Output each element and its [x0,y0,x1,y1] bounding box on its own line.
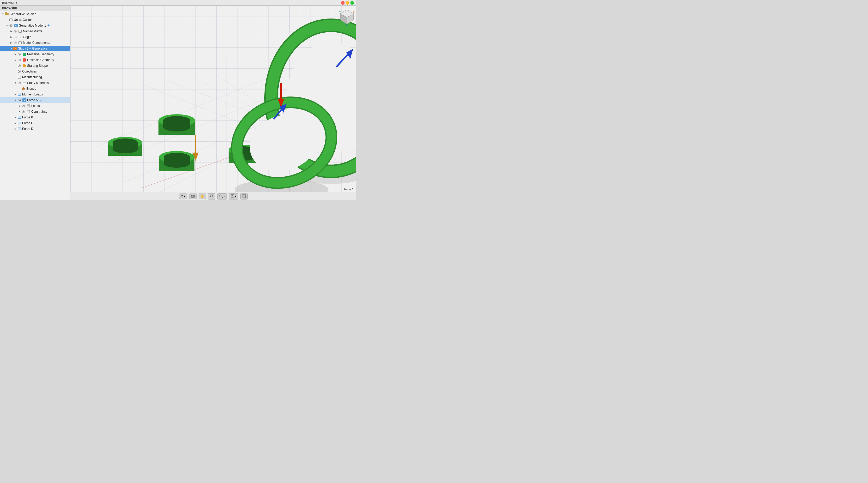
units-icon [9,18,13,22]
toggle-constraints[interactable]: ▶ [18,110,21,114]
study-materials-label: Study Materials [27,81,49,85]
toggle-gen-model[interactable]: ▼ [5,24,9,27]
toggle-obstacle[interactable]: ▶ [13,58,17,62]
sidebar-item-model-components[interactable]: ▶ Model Components [0,40,70,46]
viewport[interactable]: X Z Y Force A ⊕ ▾ 🖐 [70,6,356,200]
eye-icon-fa [17,98,21,102]
svg-point-13 [19,65,20,66]
eye-icon-loads [21,104,26,108]
svg-point-15 [19,71,20,72]
force-b-icon [17,115,21,119]
display-mode-button[interactable] [240,193,248,200]
close-button[interactable] [341,1,345,5]
zoom-fit-button[interactable] [208,193,215,200]
sidebar-item-obstacle-geometry[interactable]: ▶ Obstacle Geometry [0,57,70,63]
sidebar-item-study-materials[interactable]: ▼ Study Materials [0,80,70,86]
sidebar-item-force-c[interactable]: ▶ Force C [0,120,70,126]
minimize-button[interactable] [346,1,349,5]
status-label: Force A [344,188,353,191]
move-tool-dropdown[interactable]: ▾ [184,194,185,198]
toggle-model-components[interactable]: ▶ [9,41,13,44]
force-a-active-dot [39,99,41,101]
gen-model-icon: G [14,24,18,28]
sidebar-header: BROWSER [0,6,70,11]
title-bar: BROWSER [0,0,356,6]
svg-point-96 [219,194,222,197]
svg-rect-18 [23,82,26,84]
toggle-named-views[interactable]: ▶ [9,29,13,33]
toggle-preserve[interactable]: ▶ [13,53,17,56]
sidebar-item-named-views[interactable]: ▶ Named Views [0,28,70,34]
manufacturing-label: Manufacturing [22,76,42,79]
move-tool-button[interactable]: ⊕ ▾ [179,193,187,199]
eye-icon-gm1 [9,24,13,28]
display-style-icon [231,194,234,199]
svg-marker-92 [192,195,194,195]
eye-icon-origin [13,35,17,39]
origin-label: Origin [23,35,31,39]
svg-point-9 [19,54,20,55]
sidebar-item-starting-shape[interactable]: ▶ Starting Shape [0,63,70,68]
sidebar-item-study-3[interactable]: ▼ S Study 3 – Generative [0,46,70,51]
zoom-button[interactable]: ▾ [217,193,227,200]
units-label: Units: Custom [14,18,33,22]
svg-point-5 [14,36,16,37]
toggle-loads[interactable]: ▶ [18,104,21,108]
starting-shape-label: Starting Shape [27,64,48,67]
sidebar-item-force-b[interactable]: ▶ Force B [0,115,70,120]
svg-text:X: X [353,11,354,13]
model-components-icon [18,41,22,45]
toggle-force-b[interactable]: ▶ [13,116,17,119]
sidebar-item-manufacturing[interactable]: ▶ Manufacturing [0,74,70,80]
sidebar-item-constraints[interactable]: ▶ Constraints [0,109,70,115]
eye-icon-og [17,58,21,62]
constraints-icon [26,110,31,114]
toggle-generative-studies[interactable]: ▼ [1,12,5,16]
force-a-icon: A [22,98,26,102]
camera-button[interactable] [189,193,196,199]
toggle-force-a[interactable]: ▼ [13,98,17,102]
named-views-label: Named Views [23,29,42,33]
zoom-fit-icon [210,194,214,199]
svg-point-1 [10,25,11,26]
display-dropdown-arrow[interactable]: ▾ [235,194,237,198]
loads-label: Loads [31,104,40,108]
hand-icon: 🖐 [200,194,204,198]
svg-point-11 [19,59,20,61]
sidebar-item-bronze[interactable]: ▶ Bronze [0,86,70,92]
toggle-study-materials[interactable]: ▼ [13,81,17,85]
objectives-label: Objectives [22,70,37,73]
axis-cube: X Z Y [338,8,353,24]
svg-point-94 [210,194,212,197]
force-b-label: Force B [22,116,33,119]
hand-button[interactable]: 🖐 [198,193,206,199]
sidebar-item-objectives[interactable]: ▶ Objectives [0,68,70,74]
display-style-button[interactable]: ▾ [229,193,238,200]
toggle-study-3[interactable]: ▼ [9,47,13,50]
sidebar-item-loads[interactable]: ▶ Loads [0,103,70,109]
sidebar-item-units[interactable]: Units: Custom [0,17,70,23]
toggle-origin[interactable]: ▶ [9,35,13,39]
sidebar-item-origin[interactable]: ▶ Origin [0,34,70,40]
svg-rect-30 [27,110,30,113]
maximize-button[interactable] [350,1,354,5]
sidebar-item-moment-loads[interactable]: ▶ Moment Loads [0,92,70,97]
sidebar-item-force-d[interactable]: ▶ Force D [0,126,70,132]
sidebar-item-generative-studies[interactable]: ▼ Generative Studies [0,11,70,17]
moment-loads-icon [17,92,21,96]
zoom-dropdown-arrow[interactable]: ▾ [223,194,225,198]
preserve-icon [22,52,26,56]
display-mode-icon [242,194,246,199]
svg-point-29 [23,111,24,112]
obstacle-icon [22,58,26,62]
toggle-force-c[interactable]: ▶ [13,121,17,125]
sidebar-item-preserve-geometry[interactable]: ▶ Preserve Geometry [0,51,70,57]
title-bar-text: BROWSER [2,1,17,4]
sidebar: BROWSER ▼ Generative Studies Units: Cust… [0,6,70,200]
sidebar-item-force-a[interactable]: ▼ A Force A [0,97,70,103]
eye-icon-constraints [21,110,26,114]
sidebar-item-generative-model-1[interactable]: ▼ G Generative Model 1 [0,23,70,28]
toggle-moment-loads[interactable]: ▶ [13,93,17,96]
toggle-force-d[interactable]: ▶ [13,127,17,131]
force-c-label: Force C [22,121,33,125]
